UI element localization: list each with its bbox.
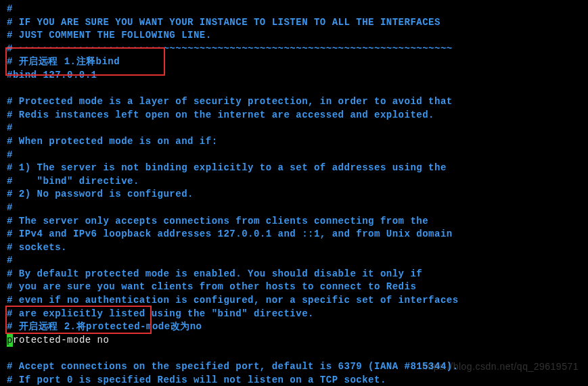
config-line: # JUST COMMENT THE FOLLOWING LINE. — [7, 29, 581, 43]
config-line: # The server only accepts connections fr… — [7, 215, 581, 228]
config-line: # — [7, 3, 581, 16]
config-line: # IPv4 and IPv6 loopback addresses 127.0… — [7, 228, 581, 241]
config-line: #bind 127.0.0.1 — [7, 69, 581, 82]
config-line: # Protected mode is a layer of security … — [7, 95, 581, 109]
config-line: # "bind" directive. — [7, 175, 581, 189]
terminal-editor[interactable]: ## IF YOU ARE SURE YOU WANT YOUR INSTANC… — [7, 3, 581, 386]
config-line: # — [7, 149, 581, 162]
config-line: # If port 0 is specified Redis will not … — [7, 374, 581, 386]
config-line: # Redis instances left open on the inter… — [7, 109, 581, 122]
config-line: protected-mode no — [7, 334, 581, 347]
config-line: # Accept connections on the specified po… — [7, 360, 581, 374]
config-line: # IF YOU ARE SURE YOU WANT YOUR INSTANCE… — [7, 16, 581, 30]
config-line: # 开启远程 2.将protected-mode改为no — [7, 320, 581, 334]
config-line: # When protected mode is on and if: — [7, 135, 581, 149]
config-line: # are explicitly listed using the "bind"… — [7, 308, 581, 321]
line-text: rotected-mode no — [13, 335, 109, 345]
config-line: # you are sure you want clients from oth… — [7, 281, 581, 294]
config-line: # even if no authentication is configure… — [7, 294, 581, 308]
config-line: # — [7, 122, 581, 135]
config-line: # 2) No password is configured. — [7, 188, 581, 201]
config-line: # 1) The server is not binding explicitl… — [7, 162, 581, 175]
config-line — [7, 82, 581, 96]
config-line: # By default protected mode is enabled. … — [7, 268, 581, 281]
config-line: # — [7, 201, 581, 215]
config-line: # 开启远程 1.注释bind — [7, 55, 581, 69]
config-line: # — [7, 254, 581, 268]
config-line: # ~~~~~~~~~~~~~~~~~~~~~~~~~~~~~~~~~~~~~~… — [7, 43, 581, 56]
cursor-block: p — [7, 334, 13, 347]
config-line: # sockets. — [7, 241, 581, 255]
config-line — [7, 347, 581, 360]
